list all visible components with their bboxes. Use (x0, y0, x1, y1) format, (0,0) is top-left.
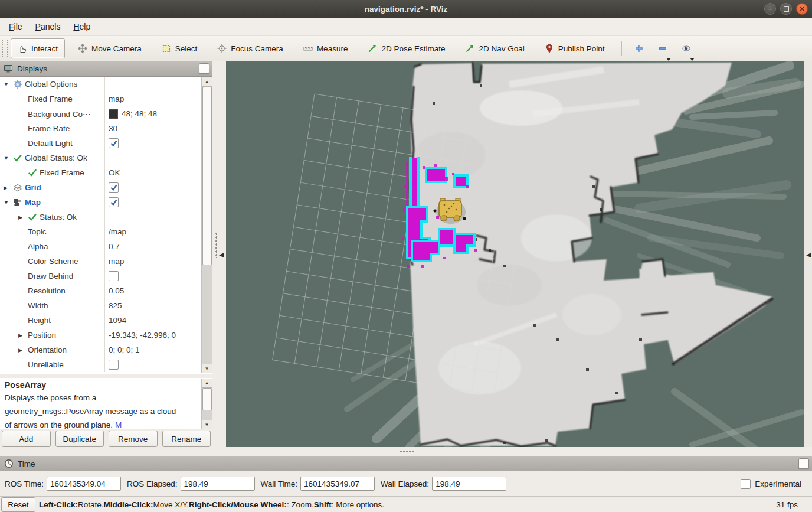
collapse-left-arrow-icon[interactable]: ◀ (219, 251, 224, 259)
maximize-icon (784, 6, 789, 12)
time-float-button[interactable] (798, 458, 809, 469)
tree-row-alpha[interactable]: Alpha0.7 (0, 239, 212, 254)
status-bar: Reset Left-Click: Rotate. Middle-Click: … (0, 496, 812, 512)
tree-value[interactable]: 1094 (105, 313, 212, 328)
wall-time-input[interactable] (300, 477, 375, 491)
tree-label: Status: Ok (40, 213, 77, 221)
tree-value (105, 269, 212, 283)
expander-closed-icon[interactable]: ▶ (18, 214, 28, 220)
tree-row-topic[interactable]: Topic/map (0, 224, 212, 239)
color-swatch[interactable] (109, 109, 118, 119)
expander-closed-icon[interactable]: ▶ (18, 332, 28, 338)
tool-properties-button[interactable] (677, 39, 695, 58)
menu-help[interactable]: Help (67, 19, 97, 34)
tree-row-frame-rate[interactable]: Frame Rate30 (0, 121, 212, 136)
tree-row-unreliable[interactable]: Unreliable (0, 357, 212, 372)
scroll-down-icon[interactable]: ▼ (202, 420, 212, 429)
tree-row-background-co[interactable]: Background Co⋯48; 48; 48 (0, 106, 212, 121)
expander-open-icon[interactable]: ▼ (4, 200, 13, 206)
tool-2d-nav-goal[interactable]: 2D Nav Goal (458, 38, 531, 58)
tree-value[interactable]: 30 (105, 121, 212, 136)
ros-time-input[interactable] (47, 477, 121, 491)
description-scrollbar[interactable]: ▲ ▼ (201, 379, 212, 429)
tree-row-position[interactable]: ▶Position-19.343; -42.996; 0 (0, 328, 212, 343)
tree-row-global-status-ok[interactable]: ▼Global Status: Ok (0, 151, 212, 165)
tree-row-color-scheme[interactable]: Color Schememap (0, 254, 212, 269)
tree-row-draw-behind[interactable]: Draw Behind (0, 269, 212, 283)
publish-point-pin-icon (545, 44, 554, 53)
displays-viewport-splitter[interactable]: ◀ (212, 61, 226, 447)
dropdown-caret-icon[interactable] (666, 53, 672, 57)
duplicate-button[interactable]: Duplicate (55, 431, 104, 447)
tool-focus-camera[interactable]: Focus Camera (210, 38, 290, 58)
tree-row-fixed-frame[interactable]: Fixed FrameOK (0, 165, 212, 180)
experimental-checkbox[interactable] (741, 479, 751, 489)
add-button[interactable]: Add (2, 431, 51, 447)
expander-closed-icon[interactable]: ▶ (4, 185, 13, 191)
tree-row-width[interactable]: Width825 (0, 298, 212, 313)
expander-open-icon[interactable]: ▼ (4, 155, 13, 161)
add-tool-button[interactable] (630, 39, 648, 58)
scrollbar-thumb[interactable] (202, 388, 212, 410)
checkbox[interactable] (109, 138, 119, 148)
tree-value[interactable]: 0; 0; 0; 1 (105, 343, 212, 357)
tree-row-global-options[interactable]: ▼Global Options (0, 77, 212, 92)
checkbox[interactable] (109, 182, 119, 193)
displays-tree-scrollbar[interactable]: ▲ ▼ (201, 77, 212, 373)
3d-viewport[interactable] (226, 61, 804, 447)
tool-select[interactable]: Select (155, 38, 205, 58)
tool-move-camera[interactable]: Move Camera (71, 38, 149, 58)
close-button[interactable]: ✕ (796, 3, 808, 15)
displays-float-button[interactable] (199, 63, 209, 74)
tree-value[interactable]: 0.05 (105, 283, 212, 298)
tree-row-height[interactable]: Height1094 (0, 313, 212, 328)
scroll-up-icon[interactable]: ▲ (202, 379, 212, 388)
tree-row-map[interactable]: ▼Map (0, 195, 212, 210)
toolbar-drag-handle[interactable] (2, 40, 8, 57)
viewport-time-splitter[interactable] (0, 447, 812, 456)
checkbox[interactable] (109, 271, 119, 281)
scroll-down-icon[interactable]: ▼ (202, 364, 212, 373)
tree-row-status-ok[interactable]: ▶Status: Ok (0, 210, 212, 224)
ros-elapsed-input[interactable] (181, 477, 255, 491)
tree-value[interactable]: map (105, 254, 212, 269)
tree-value[interactable]: map (105, 92, 212, 106)
scrollbar-thumb[interactable] (202, 87, 212, 265)
menu-file[interactable]: File (2, 19, 29, 34)
more-information-link[interactable]: M (115, 420, 122, 429)
minimize-button[interactable]: – (764, 3, 776, 15)
tree-row-default-light[interactable]: Default Light (0, 136, 212, 151)
tree-row-grid[interactable]: ▶Grid (0, 180, 212, 195)
rename-button[interactable]: Rename (162, 431, 211, 447)
tool-measure[interactable]: Measure (296, 38, 355, 58)
checkbox[interactable] (109, 197, 119, 207)
tree-description-splitter[interactable] (0, 374, 212, 378)
expander-open-icon[interactable]: ▼ (4, 81, 13, 87)
reset-button[interactable]: Reset (1, 497, 35, 512)
tool-2d-pose-estimate[interactable]: 2D Pose Estimate (361, 38, 452, 58)
tree-value (105, 136, 212, 151)
dropdown-caret-icon[interactable] (689, 53, 695, 57)
tree-value[interactable]: -19.343; -42.996; 0 (105, 328, 212, 343)
remove-button[interactable]: Remove (109, 431, 158, 447)
hand-icon (18, 44, 27, 53)
menu-panels[interactable]: Panels (29, 19, 67, 34)
maximize-button[interactable] (780, 3, 792, 15)
tool-publish-point[interactable]: Publish Point (538, 38, 612, 58)
scroll-up-icon[interactable]: ▲ (202, 77, 212, 87)
checkbox[interactable] (109, 360, 119, 370)
tree-label: Global Options (25, 80, 77, 89)
tree-value[interactable]: OK (105, 165, 212, 180)
tree-row-fixed-frame[interactable]: Fixed Framemap (0, 92, 212, 106)
tree-value[interactable]: 825 (105, 298, 212, 313)
tree-value[interactable]: /map (105, 224, 212, 239)
collapse-right-arrow-icon[interactable]: ◀ (806, 251, 811, 259)
tree-row-orientation[interactable]: ▶Orientation0; 0; 0; 1 (0, 343, 212, 357)
viewport-right-splitter[interactable]: ◀ (804, 61, 812, 447)
expander-closed-icon[interactable]: ▶ (18, 347, 28, 353)
tree-value[interactable]: 0.7 (105, 239, 212, 254)
tool-interact[interactable]: Interact (11, 38, 65, 58)
remove-tool-button[interactable] (654, 39, 672, 58)
wall-elapsed-input[interactable] (432, 477, 506, 491)
tree-row-resolution[interactable]: Resolution0.05 (0, 283, 212, 298)
